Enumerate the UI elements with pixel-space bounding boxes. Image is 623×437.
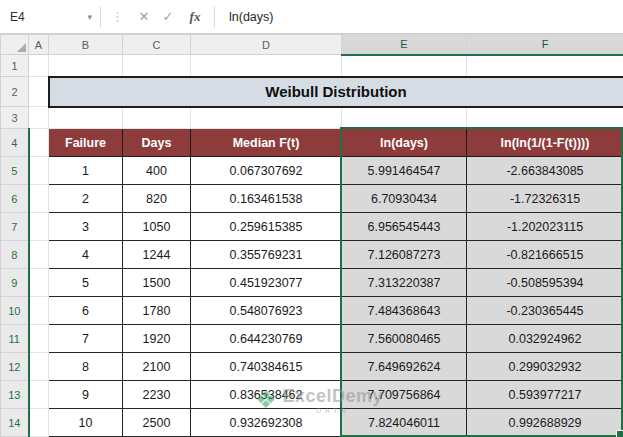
- fill-handle[interactable]: [616, 430, 623, 437]
- cell-C7[interactable]: 1050: [123, 213, 191, 241]
- cell-E9[interactable]: 7.313220387: [342, 269, 467, 297]
- cell-E3[interactable]: [342, 107, 467, 129]
- cell-C3[interactable]: [123, 107, 191, 129]
- cell-C6[interactable]: 820: [123, 185, 191, 213]
- cell-F11[interactable]: 0.032924962: [467, 325, 623, 353]
- cell-C12[interactable]: 2100: [123, 353, 191, 381]
- cell-E10[interactable]: 7.484368643: [342, 297, 467, 325]
- insert-function-icon[interactable]: fx: [180, 9, 210, 25]
- cell-B10[interactable]: 6: [49, 297, 123, 325]
- name-box-dropdown-icon[interactable]: ▾: [87, 12, 92, 22]
- cell-D11[interactable]: 0.644230769: [191, 325, 342, 353]
- cell-F5[interactable]: -2.663843085: [467, 157, 623, 185]
- cell-C11[interactable]: 1920: [123, 325, 191, 353]
- cell-D14[interactable]: 0.932692308: [191, 409, 342, 437]
- cell-D1[interactable]: [191, 55, 342, 77]
- title-cell[interactable]: Weibull Distribution: [49, 77, 623, 107]
- cell-F6[interactable]: -1.72326315: [467, 185, 623, 213]
- column-header-D[interactable]: D: [191, 35, 342, 55]
- cell-A5[interactable]: [29, 157, 49, 185]
- column-header-E[interactable]: E: [342, 35, 467, 55]
- cell-F8[interactable]: -0.821666515: [467, 241, 623, 269]
- cell-A4[interactable]: [29, 129, 49, 157]
- cancel-icon[interactable]: ✕: [132, 9, 156, 24]
- cell-E1[interactable]: [342, 55, 467, 77]
- cell-C8[interactable]: 1244: [123, 241, 191, 269]
- cell-D3[interactable]: [191, 107, 342, 129]
- cell-F12[interactable]: 0.299032932: [467, 353, 623, 381]
- row-header-9[interactable]: 9: [1, 269, 29, 297]
- cell-F1[interactable]: [467, 55, 623, 77]
- row-header-11[interactable]: 11: [1, 325, 29, 353]
- cell-B7[interactable]: 3: [49, 213, 123, 241]
- table-header-B4[interactable]: Failure: [49, 129, 123, 157]
- cell-D8[interactable]: 0.355769231: [191, 241, 342, 269]
- name-box[interactable]: E4 ▾: [0, 0, 100, 33]
- enter-icon[interactable]: ✓: [156, 9, 180, 24]
- cell-B1[interactable]: [49, 55, 123, 77]
- cell-B11[interactable]: 7: [49, 325, 123, 353]
- cell-A8[interactable]: [29, 241, 49, 269]
- cell-E13[interactable]: 7.709756864: [342, 381, 467, 409]
- cell-B13[interactable]: 9: [49, 381, 123, 409]
- cell-C14[interactable]: 2500: [123, 409, 191, 437]
- cell-F3[interactable]: [467, 107, 623, 129]
- cell-E14[interactable]: 7.824046011: [342, 409, 467, 437]
- cell-B6[interactable]: 2: [49, 185, 123, 213]
- cell-F14[interactable]: 0.992688929: [467, 409, 623, 437]
- cell-F7[interactable]: -1.202023115: [467, 213, 623, 241]
- select-all-button[interactable]: [1, 35, 29, 55]
- table-header-C4[interactable]: Days: [123, 129, 191, 157]
- table-header-D4[interactable]: Median F(t): [191, 129, 342, 157]
- cell-D5[interactable]: 0.067307692: [191, 157, 342, 185]
- cell-D6[interactable]: 0.163461538: [191, 185, 342, 213]
- cell-D12[interactable]: 0.740384615: [191, 353, 342, 381]
- cell-E8[interactable]: 7.126087273: [342, 241, 467, 269]
- cell-A1[interactable]: [29, 55, 49, 77]
- cell-C10[interactable]: 1780: [123, 297, 191, 325]
- cell-A10[interactable]: [29, 297, 49, 325]
- cell-B5[interactable]: 1: [49, 157, 123, 185]
- cell-B14[interactable]: 10: [49, 409, 123, 437]
- row-header-8[interactable]: 8: [1, 241, 29, 269]
- cell-C9[interactable]: 1500: [123, 269, 191, 297]
- column-header-B[interactable]: B: [49, 35, 123, 55]
- row-header-5[interactable]: 5: [1, 157, 29, 185]
- cell-A6[interactable]: [29, 185, 49, 213]
- row-header-2[interactable]: 2: [1, 77, 29, 107]
- row-header-14[interactable]: 14: [1, 409, 29, 437]
- cell-E7[interactable]: 6.956545443: [342, 213, 467, 241]
- row-header-7[interactable]: 7: [1, 213, 29, 241]
- formula-input[interactable]: ln(days): [215, 10, 623, 24]
- cell-B12[interactable]: 8: [49, 353, 123, 381]
- cell-F13[interactable]: 0.593977217: [467, 381, 623, 409]
- cell-E6[interactable]: 6.70930434: [342, 185, 467, 213]
- column-header-A[interactable]: A: [29, 35, 49, 55]
- row-header-1[interactable]: 1: [1, 55, 29, 77]
- cell-A14[interactable]: [29, 409, 49, 437]
- cell-B9[interactable]: 5: [49, 269, 123, 297]
- cell-C1[interactable]: [123, 55, 191, 77]
- cell-E12[interactable]: 7.649692624: [342, 353, 467, 381]
- cell-F9[interactable]: -0.508595394: [467, 269, 623, 297]
- cell-D7[interactable]: 0.259615385: [191, 213, 342, 241]
- row-header-6[interactable]: 6: [1, 185, 29, 213]
- cell-C13[interactable]: 2230: [123, 381, 191, 409]
- cell-B3[interactable]: [49, 107, 123, 129]
- column-header-C[interactable]: C: [123, 35, 191, 55]
- cell-A9[interactable]: [29, 269, 49, 297]
- cell-C5[interactable]: 400: [123, 157, 191, 185]
- row-header-10[interactable]: 10: [1, 297, 29, 325]
- table-header-E4[interactable]: ln(days): [342, 129, 467, 157]
- cell-A7[interactable]: [29, 213, 49, 241]
- row-header-12[interactable]: 12: [1, 353, 29, 381]
- cell-D13[interactable]: 0.836538462: [191, 381, 342, 409]
- cell-F10[interactable]: -0.230365445: [467, 297, 623, 325]
- row-header-3[interactable]: 3: [1, 107, 29, 129]
- row-header-13[interactable]: 13: [1, 381, 29, 409]
- cell-A13[interactable]: [29, 381, 49, 409]
- cell-D10[interactable]: 0.548076923: [191, 297, 342, 325]
- cell-A12[interactable]: [29, 353, 49, 381]
- cell-A3[interactable]: [29, 107, 49, 129]
- cell-B8[interactable]: 4: [49, 241, 123, 269]
